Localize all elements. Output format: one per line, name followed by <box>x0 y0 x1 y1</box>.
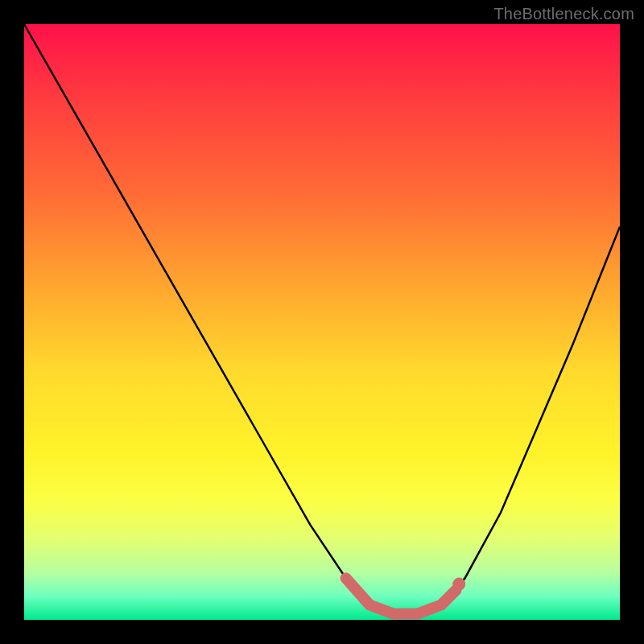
bottleneck-curve <box>24 24 620 614</box>
optimal-range-highlight <box>346 578 456 613</box>
chart-svg <box>24 24 620 620</box>
chart-frame: TheBottleneck.com <box>0 0 644 644</box>
marker-dot <box>452 578 465 591</box>
watermark-text: TheBottleneck.com <box>493 5 634 23</box>
plot-area <box>24 24 620 620</box>
